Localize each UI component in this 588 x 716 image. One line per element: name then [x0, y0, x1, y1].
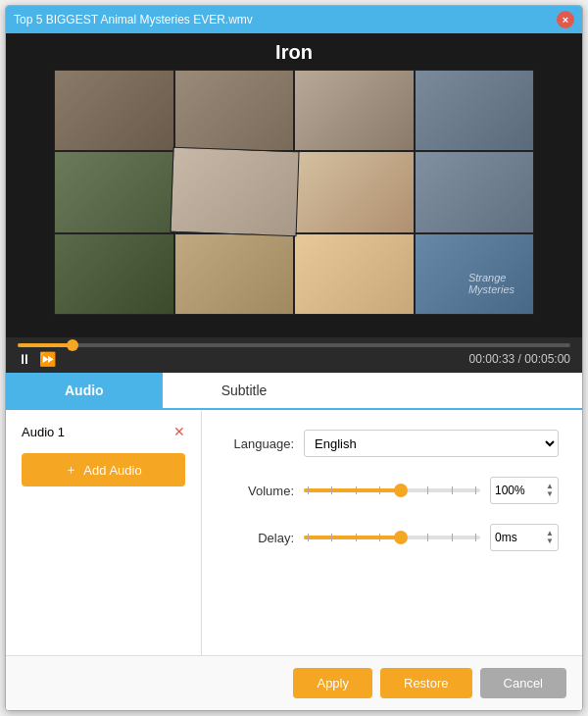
volume-ticks [304, 488, 480, 492]
delay-input[interactable]: 0ms ▲ ▼ [490, 524, 559, 551]
mosaic-cell [54, 151, 174, 232]
tick [331, 486, 332, 494]
add-audio-label: Add Audio [83, 463, 141, 478]
fast-forward-button[interactable]: ⏩ [39, 351, 56, 367]
mosaic-cell [415, 70, 535, 151]
progress-thumb[interactable] [67, 339, 78, 351]
mosaic-cell [294, 233, 415, 315]
tick [452, 534, 453, 541]
total-time: 00:05:00 [524, 352, 570, 366]
volume-input[interactable]: 100% ▲ ▼ [490, 477, 559, 504]
mosaic-cell [294, 151, 415, 232]
delay-label: Delay: [225, 531, 294, 545]
tick [308, 486, 309, 494]
video-area: Iron StrangeMysteries [6, 33, 582, 337]
tab-subtitle[interactable]: Subtitle [163, 373, 326, 408]
audio-list: Audio 1 ✕ ＋ Add Audio [6, 410, 202, 655]
tick [331, 534, 332, 541]
delay-down-arrow[interactable]: ▼ [546, 537, 554, 545]
progress-track[interactable] [18, 343, 570, 347]
mosaic-cell [54, 233, 174, 315]
delay-ticks [304, 536, 480, 539]
tabs-row: Audio Subtitle [6, 373, 582, 410]
tick [356, 534, 357, 541]
progress-row [18, 343, 570, 347]
footer-row: Apply Restore Cancel [6, 655, 582, 710]
video-watermark: StrangeMysteries [468, 272, 514, 295]
tick [379, 534, 380, 541]
time-display: 00:00:33 / 00:05:00 [469, 352, 570, 366]
mosaic-cell [294, 70, 415, 151]
audio-item-name: Audio 1 [22, 425, 65, 439]
video-thumbnail: StrangeMysteries [54, 70, 534, 315]
controls-bar: ⏸ ⏩ 00:00:33 / 00:05:00 [6, 337, 582, 373]
close-button[interactable]: × [557, 11, 574, 28]
audio-item: Audio 1 ✕ [14, 418, 193, 445]
language-label: Language: [225, 436, 294, 451]
tick [356, 486, 357, 494]
settings-panel: Language: English Volume: [202, 410, 582, 655]
language-row: Language: English [225, 430, 559, 457]
volume-down-arrow[interactable]: ▼ [546, 490, 554, 498]
video-title: Iron [275, 33, 313, 70]
tick [475, 534, 476, 541]
mosaic-cell [174, 70, 295, 151]
tick [379, 486, 380, 494]
mosaic-cell [174, 233, 295, 315]
mosaic-cell [170, 147, 299, 237]
pause-button[interactable]: ⏸ [18, 351, 31, 367]
mosaic-cell [54, 70, 174, 151]
tick [475, 486, 476, 494]
volume-track[interactable] [304, 488, 480, 492]
tick [308, 534, 309, 541]
delay-slider-container [304, 536, 480, 539]
language-select[interactable]: English [304, 430, 559, 457]
volume-thumb[interactable] [394, 484, 408, 497]
delay-value: 0ms [495, 531, 517, 544]
playback-controls: ⏸ ⏩ [18, 351, 56, 367]
cancel-button[interactable]: Cancel [480, 668, 566, 698]
volume-slider-container [304, 488, 480, 492]
tick [427, 534, 428, 541]
restore-button[interactable]: Restore [380, 668, 472, 698]
delay-thumb[interactable] [394, 531, 408, 544]
tick [427, 486, 428, 494]
delay-spinners[interactable]: ▲ ▼ [546, 530, 554, 545]
tick [452, 486, 453, 494]
progress-fill [18, 343, 73, 347]
current-time: 00:00:33 [469, 352, 515, 366]
add-icon: ＋ [65, 461, 77, 479]
apply-button[interactable]: Apply [293, 668, 372, 698]
volume-label: Volume: [225, 484, 294, 498]
main-window: Top 5 BIGGEST Animal Mysteries EVER.wmv … [5, 5, 583, 711]
add-audio-button[interactable]: ＋ Add Audio [22, 453, 185, 486]
delay-row: Delay: [225, 524, 559, 551]
content-area: Audio 1 ✕ ＋ Add Audio Language: English … [6, 410, 582, 655]
playback-row: ⏸ ⏩ 00:00:33 / 00:05:00 [18, 351, 570, 367]
volume-value: 100% [495, 484, 525, 497]
window-title: Top 5 BIGGEST Animal Mysteries EVER.wmv [14, 13, 253, 26]
volume-spinners[interactable]: ▲ ▼ [546, 483, 554, 498]
audio-remove-button[interactable]: ✕ [173, 424, 185, 439]
tab-audio[interactable]: Audio [6, 373, 163, 408]
volume-row: Volume: [225, 477, 559, 504]
mosaic-cell [415, 151, 535, 232]
title-bar: Top 5 BIGGEST Animal Mysteries EVER.wmv … [6, 6, 582, 33]
delay-track[interactable] [304, 536, 480, 539]
